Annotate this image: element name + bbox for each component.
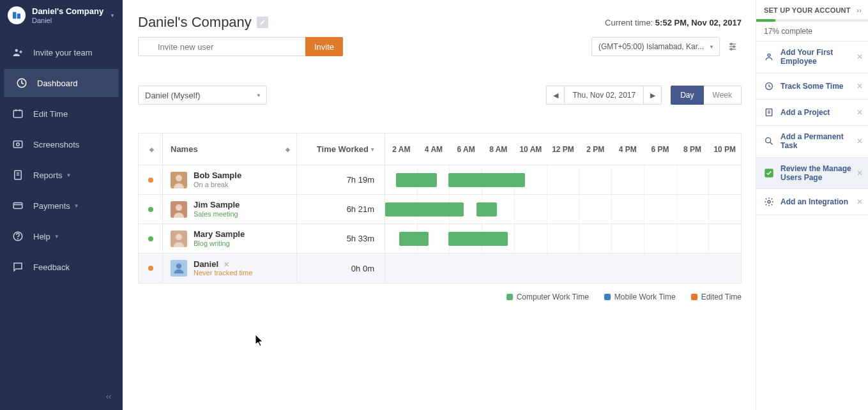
sidebar-item-edit-time[interactable]: Edit Time [0,100,123,128]
svg-rect-1 [17,13,20,19]
view-day-button[interactable]: Day [671,86,703,105]
svg-point-20 [731,49,733,50]
setup-task-item[interactable]: Add an Integration✕ [756,189,868,215]
svg-point-27 [176,264,181,269]
svg-rect-4 [13,110,22,118]
sort-down-icon: ▾ [371,146,374,153]
time-worked-cell: 6h 21m [297,195,385,224]
time-worked-cell: 7h 19m [297,165,385,194]
col-names-label: Names [171,144,198,154]
sidebar-item-help[interactable]: Help▼ [0,222,123,250]
person-name: Bob Sample [194,171,241,180]
col-worked-label: Time Worked [317,144,369,154]
sidebar-item-label: Invite your team [33,48,93,57]
setup-task-label: Add an Integration [780,197,848,206]
sidebar-item-screenshots[interactable]: Screenshots [0,130,123,158]
timeline-bar[interactable] [448,232,507,246]
close-icon[interactable]: ✕ [857,52,863,61]
settings-icon[interactable] [724,37,742,56]
timeline-cell [385,165,741,194]
sidebar-item-feedback[interactable]: Feedback [0,253,123,281]
sidebar-item-payments[interactable]: Payments▼ [0,192,123,220]
table-row[interactable]: Daniel✕ Never tracked time 0h 0m [139,254,741,283]
name-cell: Daniel✕ Never tracked time [163,254,297,283]
invite-button[interactable]: Invite [305,37,343,56]
panel-collapse-icon[interactable]: ›› [857,6,862,14]
current-time-value: 5:52 PM, Nov 02, 2017 [655,18,742,27]
col-status-header[interactable]: ◆ [139,133,163,165]
svg-point-18 [731,43,733,45]
close-icon[interactable]: ✕ [857,197,863,206]
invite-icon [11,46,24,59]
close-icon[interactable]: ✕ [857,169,863,178]
col-worked-header[interactable]: Time Worked ▾ [297,133,385,165]
sidebar-item-label: Reports [33,171,63,180]
svg-point-33 [766,138,771,143]
sidebar-item-reports[interactable]: Reports▼ [0,161,123,189]
timeline-bar[interactable] [476,202,497,216]
chevron-down-icon: ▼ [74,203,79,209]
timezone-select[interactable]: (GMT+05:00) Islamabad, Kar... ▼ [591,37,720,56]
setup-task-item[interactable]: Add a Project✕ [756,100,868,126]
setup-task-item[interactable]: Track Some Time✕ [756,73,868,100]
svg-point-36 [768,201,770,203]
setup-panel-title: SET UP YOUR ACCOUNT [764,6,851,14]
nav-list: Invite your teamDashboardEdit TimeScreen… [0,36,123,284]
hour-label: 10 PM [708,133,741,165]
legend-edited: Edited Time [691,292,742,301]
help-icon [11,230,24,243]
sidebar-item-label: Feedback [33,262,70,272]
date-label[interactable]: Thu, Nov 02, 2017 [564,86,644,105]
timezone-label: (GMT+05:00) Islamabad, Kar... [598,42,704,51]
hour-label: 10 AM [515,133,547,165]
clock-icon [763,80,775,93]
setup-task-label: Add a Project [780,108,830,117]
timeline-bar[interactable] [399,232,429,246]
table-row[interactable]: Mary Sample Blog writing 5h 33m [139,224,741,254]
table-row[interactable]: Bob Sample On a break 7h 19m [139,165,741,195]
legend-edited-label: Edited Time [701,292,742,301]
hour-label: 12 PM [547,133,579,165]
person-name: Jim Sample [194,201,240,209]
col-names-header[interactable]: Names ◆ [163,133,297,165]
avatar [171,201,187,218]
edit-title-button[interactable] [257,17,268,28]
user-filter-select[interactable]: Daniel (Myself) ▼ [138,86,267,105]
status-dot-icon [148,207,153,212]
legend-swatch-green [506,294,513,300]
close-icon[interactable]: ✕ [857,137,863,146]
svg-rect-5 [13,141,22,148]
edit-time-icon [11,107,24,120]
close-icon[interactable]: ✕ [857,82,863,91]
svg-point-28 [768,54,770,57]
sidebar-item-dashboard[interactable]: Dashboard [4,69,119,97]
page-title: Daniel's Company [138,14,252,31]
setup-percent-label: 17% complete [756,27,868,41]
date-prev-button[interactable]: ◀ [546,86,564,105]
view-week-button[interactable]: Week [704,86,742,105]
svg-point-19 [733,46,735,48]
company-header[interactable]: Daniel's Company Daniel ▼ [0,0,123,32]
remove-icon[interactable]: ✕ [224,261,229,268]
sidebar-collapse-icon[interactable]: ‹‹ [106,392,111,401]
table-row[interactable]: Jim Sample Sales meeting 6h 21m [139,195,741,224]
setup-panel-header: SET UP YOUR ACCOUNT ›› [756,0,868,19]
sidebar-item-invite[interactable]: Invite your team [0,38,123,66]
setup-task-item[interactable]: Review the Manage Users Page✕ [756,158,868,190]
company-name: Daniel's Company [32,6,103,17]
setup-task-item[interactable]: Add a Permanent Task✕ [756,126,868,158]
chevron-down-icon: ▼ [709,44,714,50]
date-navigator: ◀ Thu, Nov 02, 2017 ▶ [546,86,662,105]
timeline-bar[interactable] [448,173,525,187]
name-cell: Bob Sample On a break [163,165,297,194]
date-next-button[interactable]: ▶ [644,86,662,105]
invite-user-input[interactable] [138,37,305,56]
timeline-bar[interactable] [396,173,438,187]
person-status: Sales meeting [194,210,240,218]
sidebar-item-label: Payments [33,201,70,211]
setup-task-item[interactable]: Add Your First Employee✕ [756,42,868,73]
current-time: Current time: 5:52 PM, Nov 02, 2017 [605,18,742,27]
close-icon[interactable]: ✕ [857,108,863,117]
timeline-bar[interactable] [385,202,464,216]
sidebar: Daniel's Company Daniel ▼ Invite your te… [0,0,123,410]
